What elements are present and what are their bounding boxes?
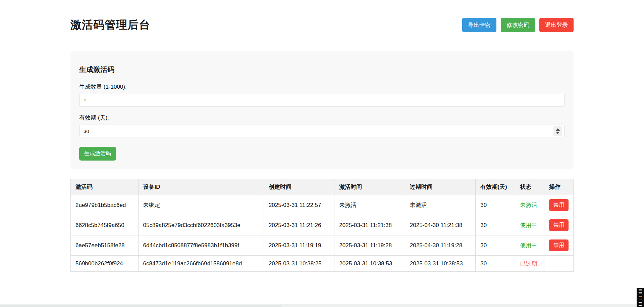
minimap-line [639, 300, 642, 300]
cell-expire-time: 2025-03-31 10:38:53 [405, 256, 475, 272]
panel-heading: 生成激活码 [79, 65, 565, 74]
minimap-line [639, 295, 642, 295]
cell-action: 禁用 [544, 235, 573, 256]
cell-device-id: 未绑定 [138, 195, 264, 215]
cell-validity-days: 30 [476, 195, 515, 215]
codes-table-body: 2ae979b1b5bac6ed未绑定2025-03-31 11:22:57未激… [71, 195, 574, 272]
spinner-icon[interactable] [553, 126, 562, 136]
cell-created-time: 2025-03-31 11:22:57 [264, 195, 334, 215]
status-text: 已过期 [520, 260, 537, 267]
cell-activated-time: 未激活 [334, 195, 405, 215]
cell-validity-days: 30 [476, 215, 515, 235]
header-code: 激活码 [71, 179, 139, 195]
minimap-line [639, 304, 642, 304]
minimap-line [639, 301, 642, 301]
cell-code: 2ae979b1b5bac6ed [71, 195, 139, 215]
header-validity-days: 有效期(天) [476, 179, 515, 195]
validity-input[interactable]: 30 [79, 125, 565, 137]
quantity-field: 生成数量 (1-1000): [79, 83, 565, 106]
header-created-time: 创建时间 [264, 179, 334, 195]
cell-expire-time: 未激活 [405, 195, 475, 215]
minimap-line [639, 289, 642, 290]
top-bar: 激活码管理后台 导出卡密 修改密码 退出登录 [70, 17, 574, 33]
horizontal-scrollbar-thumb[interactable] [0, 305, 282, 307]
cell-status: 已过期 [515, 256, 544, 272]
header-button-group: 导出卡密 修改密码 退出登录 [462, 18, 574, 32]
header-expire-time: 过期时间 [405, 179, 475, 195]
validity-field: 有效期 (天): 30 [79, 114, 565, 137]
page-title: 激活码管理后台 [70, 17, 150, 33]
cell-action: 禁用 [544, 215, 573, 235]
quantity-input[interactable] [79, 94, 565, 106]
quantity-label: 生成数量 (1-1000): [79, 83, 565, 91]
minimap-line [639, 302, 642, 303]
disable-code-button[interactable]: 禁用 [549, 199, 569, 211]
cell-created-time: 2025-03-31 11:19:19 [264, 235, 334, 256]
minimap-line [639, 288, 642, 288]
minimap-line [639, 294, 642, 294]
minimap-line [639, 292, 642, 293]
table-row: 6ae57eeb5158fe286d44cbd1c8508877f8e5983b… [71, 235, 574, 256]
header-status: 状态 [515, 179, 544, 195]
cell-activated-time: 2025-03-31 11:21:38 [334, 215, 405, 235]
status-text: 未激活 [520, 202, 537, 208]
table-row: 6628c5b745f9a65005c89a825e79d3ccbf602260… [71, 215, 574, 235]
main-container: 激活码管理后台 导出卡密 修改密码 退出登录 生成激活码 生成数量 (1-100… [70, 17, 574, 272]
cell-status: 未激活 [515, 195, 544, 215]
cell-device-id: 6d44cbd1c8508877f8e5983b1f1b399f [138, 235, 264, 256]
validity-label: 有效期 (天): [79, 114, 565, 122]
logout-button[interactable]: 退出登录 [539, 18, 574, 32]
cell-validity-days: 30 [476, 235, 515, 256]
change-password-button[interactable]: 修改密码 [501, 18, 535, 32]
minimap-line [639, 291, 642, 291]
header-device-id: 设备ID [138, 179, 264, 195]
export-codes-button[interactable]: 导出卡密 [462, 18, 496, 32]
cell-code: 6ae57eeb5158fe28 [71, 235, 139, 256]
cell-created-time: 2025-03-31 11:21:26 [264, 215, 334, 235]
status-text: 使用中 [520, 222, 537, 228]
cell-expire-time: 2025-04-30 11:21:38 [405, 215, 475, 235]
minimap-accent-line [639, 296, 642, 297]
cell-status: 使用中 [515, 235, 544, 256]
codes-table: 激活码 设备ID 创建时间 激活时间 过期时间 有效期(天) 状态 操作 2ae… [70, 179, 574, 272]
cell-created-time: 2025-03-31 10:38:25 [264, 256, 334, 272]
status-text: 使用中 [520, 242, 537, 249]
cell-action [544, 256, 573, 272]
disable-code-button[interactable]: 禁用 [549, 219, 569, 231]
minimap-widget[interactable] [637, 288, 644, 307]
cell-device-id: 6c8473d1e119ac266fb6941586091e8d [138, 256, 264, 272]
header-action: 操作 [544, 179, 573, 195]
cell-device-id: 05c89a825e79d3ccbf6022603fa3953e [138, 215, 264, 235]
generate-code-panel: 生成激活码 生成数量 (1-1000): 有效期 (天): 30 生成激活码 [70, 51, 574, 169]
cell-code: 569b00b262f0f924 [71, 256, 139, 272]
cell-activated-time: 2025-03-31 10:38:53 [334, 256, 405, 272]
spin-up-icon[interactable] [556, 128, 560, 131]
validity-value: 30 [84, 128, 89, 134]
disable-code-button[interactable]: 禁用 [549, 239, 569, 251]
cell-status: 使用中 [515, 215, 544, 235]
table-header-row: 激活码 设备ID 创建时间 激活时间 过期时间 有效期(天) 状态 操作 [71, 179, 574, 195]
horizontal-scrollbar[interactable] [0, 304, 644, 307]
header-activated-time: 激活时间 [334, 179, 405, 195]
table-row: 569b00b262f0f9246c8473d1e119ac266fb69415… [71, 256, 574, 272]
spin-down-icon[interactable] [556, 132, 560, 134]
cell-activated-time: 2025-03-31 11:19:28 [334, 235, 405, 256]
cell-code: 6628c5b745f9a650 [71, 215, 139, 235]
generate-code-button[interactable]: 生成激活码 [79, 147, 116, 161]
cell-expire-time: 2025-04-30 11:19:28 [405, 235, 475, 256]
cell-validity-days: 30 [476, 256, 515, 272]
cell-action: 禁用 [544, 195, 573, 215]
table-row: 2ae979b1b5bac6ed未绑定2025-03-31 11:22:57未激… [71, 195, 574, 215]
minimap-line [639, 305, 642, 306]
